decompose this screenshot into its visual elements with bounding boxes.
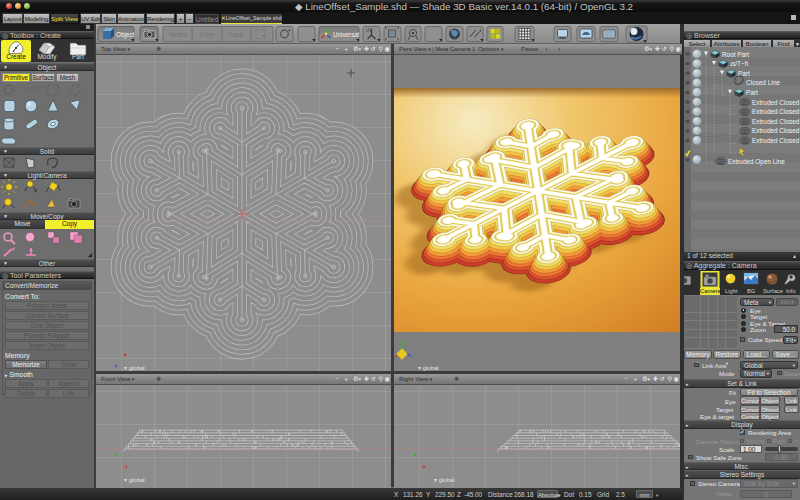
- svg-text:Extruded Open Line: Extruded Open Line: [728, 158, 785, 166]
- svg-text:Face: Face: [229, 31, 243, 38]
- svg-text:Universal: Universal: [333, 31, 359, 38]
- svg-text:Object: Object: [116, 31, 134, 39]
- svg-text:▾ global: ▾ global: [124, 365, 145, 371]
- svg-text:Extruded Closed: Extruded Closed: [752, 108, 800, 115]
- svg-text:▾ global: ▾ global: [434, 477, 455, 483]
- svg-text:▾ global: ▾ global: [418, 365, 439, 371]
- svg-text:Closed Line: Closed Line: [746, 79, 780, 86]
- svg-text:Extruded Closed: Extruded Closed: [752, 99, 800, 106]
- svg-text:ɹs/T−ɦ: ɹs/T−ɦ: [730, 60, 749, 67]
- svg-text:Extruded Closed: Extruded Closed: [752, 137, 800, 144]
- svg-text:Edge: Edge: [200, 31, 215, 39]
- svg-text:Part: Part: [746, 89, 758, 96]
- svg-text:Root Part: Root Part: [722, 51, 749, 58]
- svg-text:▾ global: ▾ global: [124, 477, 145, 483]
- svg-text:Vertex: Vertex: [169, 31, 188, 38]
- svg-text:Extruded Closed: Extruded Closed: [752, 127, 800, 134]
- svg-text:Extruded Closed: Extruded Closed: [752, 118, 800, 125]
- svg-text:Part: Part: [738, 70, 750, 77]
- svg-text:UV: UV: [366, 28, 372, 33]
